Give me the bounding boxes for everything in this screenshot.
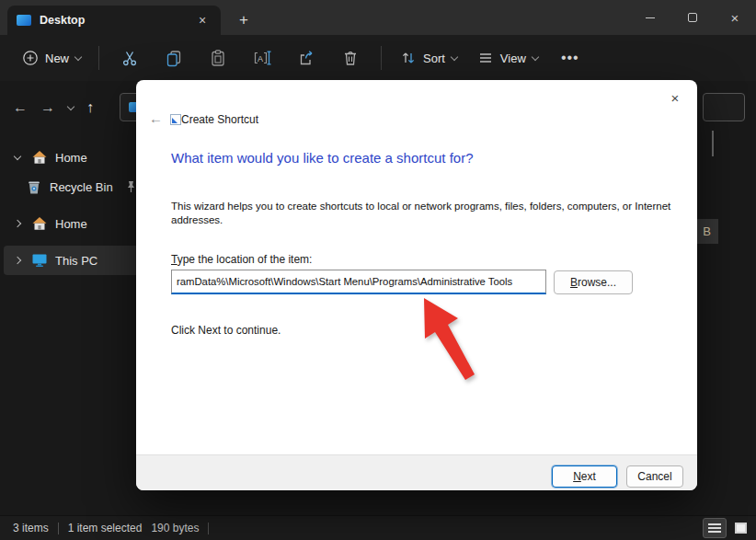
new-button[interactable]: New	[13, 43, 90, 73]
view-button-label: View	[500, 52, 526, 65]
dialog-back-icon: ←	[149, 110, 163, 126]
dialog-heading: What item would you like to create a sho…	[171, 150, 473, 166]
large-icons-view-icon	[735, 523, 747, 534]
navigation-bar: ← → ↑	[0, 90, 136, 125]
paste-button[interactable]	[196, 40, 240, 75]
sidebar-item-recycle-bin[interactable]: Recycle Bin	[0, 172, 136, 201]
delete-button[interactable]	[328, 40, 372, 75]
details-view-button[interactable]	[703, 518, 727, 538]
chevron-collapsed-icon[interactable]	[11, 258, 24, 263]
next-button[interactable]: Next	[552, 465, 617, 488]
view-toggles	[703, 518, 752, 538]
copy-icon	[165, 49, 183, 67]
large-icons-view-button[interactable]	[728, 518, 752, 538]
command-toolbar: New A	[0, 35, 756, 81]
location-label: Type the location of the item:	[171, 253, 312, 266]
file-size-fragment: B	[695, 219, 718, 244]
clipboard-icon	[209, 49, 227, 67]
tab-title: Desktop	[40, 14, 85, 27]
chevron-down-icon	[451, 52, 458, 60]
chevron-down-icon	[74, 52, 82, 60]
close-window-button[interactable]: ×	[714, 0, 756, 35]
tab-close-icon[interactable]: ×	[193, 11, 212, 29]
pin-icon	[126, 180, 136, 197]
maximize-button[interactable]	[671, 0, 714, 35]
svg-text:A: A	[258, 54, 263, 63]
new-button-label: New	[45, 52, 69, 65]
sidebar-item-label: Recycle Bin	[50, 180, 113, 194]
maximize-icon	[688, 13, 697, 22]
titlebar: Desktop × + ×	[0, 0, 756, 35]
plus-circle-icon	[22, 50, 39, 66]
this-pc-icon	[31, 253, 48, 268]
location-input[interactable]	[171, 270, 546, 294]
search-box[interactable]	[703, 93, 745, 121]
recycle-bin-icon	[26, 179, 42, 195]
dialog-title: Create Shortcut	[181, 113, 258, 126]
create-shortcut-dialog: × ← Create Shortcut What item would you …	[136, 80, 697, 490]
rename-icon: A	[252, 49, 272, 67]
desktop-icon	[17, 15, 31, 26]
copy-button[interactable]	[152, 40, 196, 75]
home-icon	[31, 149, 48, 166]
new-tab-button[interactable]: +	[232, 8, 256, 32]
home-icon	[31, 215, 48, 232]
ellipsis-icon: •••	[561, 50, 579, 66]
cancel-button[interactable]: Cancel	[626, 465, 683, 488]
view-lines-icon	[477, 50, 494, 66]
sort-arrows-icon	[400, 50, 417, 66]
close-icon: ×	[731, 10, 739, 26]
minimize-button[interactable]	[629, 0, 671, 35]
sidebar-item-label: This PC	[55, 254, 97, 268]
sort-button[interactable]: Sort	[390, 43, 467, 73]
sidebar-item-home-2[interactable]: Home	[0, 209, 136, 238]
scissors-icon	[120, 49, 139, 67]
chevron-collapsed-icon[interactable]	[11, 221, 24, 226]
back-button[interactable]: ←	[13, 99, 28, 116]
browse-button[interactable]: Browse...	[554, 270, 633, 294]
more-options-button[interactable]: •••	[548, 40, 592, 75]
scrollbar[interactable]	[712, 131, 714, 156]
dialog-description: This wizard helps you to create shortcut…	[171, 200, 691, 227]
toolbar-divider	[98, 46, 99, 70]
rename-button[interactable]: A	[240, 40, 284, 75]
sort-button-label: Sort	[423, 52, 445, 65]
shortcut-icon	[170, 114, 181, 125]
sidebar-item-label: Home	[55, 151, 87, 165]
selected-count: 1 item selected	[68, 522, 143, 534]
items-count: 3 items	[13, 522, 49, 534]
chevron-down-icon	[532, 52, 539, 60]
sidebar-item-home[interactable]: Home	[0, 143, 136, 172]
tab-desktop[interactable]: Desktop ×	[7, 6, 221, 35]
sidebar-item-this-pc[interactable]: This PC	[4, 246, 142, 275]
cut-button[interactable]	[108, 40, 152, 75]
up-button[interactable]: ↑	[86, 99, 94, 116]
dialog-hint: Click Next to continue.	[171, 324, 281, 337]
details-view-icon	[708, 522, 721, 534]
status-divider	[208, 523, 209, 534]
window-controls: ×	[629, 0, 756, 35]
share-button[interactable]	[284, 40, 328, 75]
status-divider	[58, 523, 59, 534]
status-bar: 3 items 1 item selected 190 bytes	[0, 515, 756, 540]
explorer-window: Desktop × + × New	[0, 0, 756, 540]
selected-size: 190 bytes	[151, 522, 199, 534]
history-chevron-icon[interactable]	[67, 102, 74, 109]
trash-icon	[341, 49, 360, 67]
forward-button[interactable]: →	[40, 99, 55, 116]
view-button[interactable]: View	[467, 43, 548, 73]
toolbar-divider	[381, 46, 382, 70]
chevron-expanded-icon[interactable]	[11, 156, 24, 159]
sidebar-item-label: Home	[55, 217, 87, 231]
share-icon	[297, 49, 315, 67]
minimize-icon	[646, 17, 655, 18]
dialog-close-button[interactable]: ×	[662, 86, 688, 109]
